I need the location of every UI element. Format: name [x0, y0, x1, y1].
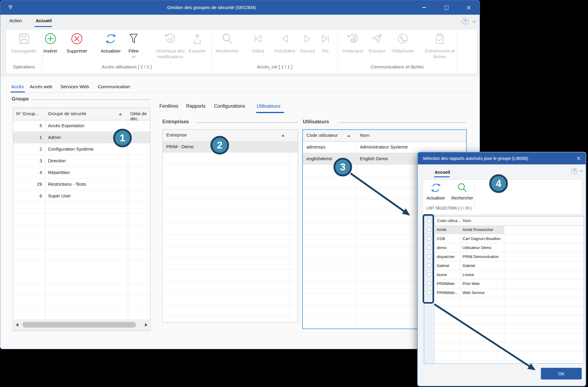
table-row[interactable]: 5 Accès Exportation	[13, 120, 150, 131]
annotation-badge-4: 4	[489, 174, 508, 193]
ribbon-separator	[474, 182, 475, 213]
subtab-utilisateurs-underline	[256, 112, 284, 113]
menubar: Action Accueil ?	[0, 15, 480, 28]
header-num-groupe[interactable]: N° Group...	[16, 111, 39, 116]
dialog-table-header: Code utilisa... Nom	[435, 216, 584, 226]
dialog-help-icon[interactable]: ?	[571, 168, 577, 174]
annotation-badge-1: 1	[113, 129, 132, 147]
annotation-badge-3: 3	[333, 158, 352, 176]
history-check-icon	[153, 32, 188, 47]
sort-asc-icon	[282, 134, 285, 136]
filter-icon	[123, 32, 144, 47]
ribbon-group-acces-utilisateurs: Accès utilisateurs [ 2 / 2 ]	[43, 64, 211, 71]
menu-accueil[interactable]: Accueil	[36, 15, 52, 27]
groupe-table-body: 5 Accès Exportation 1 Admin 2 Configurat…	[13, 120, 150, 319]
events-tasks-icon	[423, 32, 456, 47]
titlebar: Gestion des groupes de sécurité (SEC004)	[0, 0, 480, 15]
ribbon-group-communications: Communications et tâches	[338, 64, 456, 71]
header-nom[interactable]: Nom	[360, 133, 369, 138]
dialog-tab-accueil[interactable]: Accueil	[435, 168, 450, 176]
phone-icon	[387, 32, 418, 47]
sort-asc-icon	[119, 113, 122, 115]
dialog-button-rechercher[interactable]: Rechercher	[450, 182, 474, 207]
search-icon	[211, 32, 244, 47]
entreprises-table-header: Entreprise	[163, 130, 298, 141]
last-record-icon	[316, 32, 334, 47]
dialog-table-body: Annik Annik Provencher CGB Carl Gagnon-B…	[424, 225, 584, 363]
tab-acces-web[interactable]: Accès web	[30, 82, 52, 92]
close-button[interactable]	[462, 0, 475, 15]
delete-icon	[62, 32, 91, 47]
menu-accueil-underline	[35, 26, 52, 27]
dialog-close-button[interactable]	[575, 154, 583, 162]
header-entreprise[interactable]: Entreprise	[166, 132, 187, 137]
table-row-selected[interactable]: PRIM - Demo	[163, 141, 298, 152]
tab-acces[interactable]: Accès	[11, 82, 24, 92]
save-icon	[6, 32, 42, 47]
subtab-rapports[interactable]: Rapports	[186, 102, 206, 111]
table-row[interactable]: louise Louise	[424, 270, 584, 279]
annotation-badge-2: 2	[210, 136, 229, 154]
tab-communication[interactable]: Communication	[98, 82, 130, 92]
tab-services-web[interactable]: Services Web	[60, 82, 89, 92]
help-icon[interactable]: ?	[462, 18, 469, 24]
export-icon	[185, 32, 209, 47]
minimize-button[interactable]	[417, 0, 431, 15]
header-groupe-securite[interactable]: Groupe de sécurité	[48, 111, 86, 116]
dialog-title: Sélection des rapports autorisés pour le…	[423, 152, 528, 164]
table-row[interactable]: 2 Configuration Système	[13, 143, 150, 155]
header-nom[interactable]: Nom	[463, 216, 471, 225]
scroll-left-icon[interactable]	[16, 323, 18, 327]
ok-button[interactable]: OK	[541, 368, 582, 380]
scrollbar-thumb[interactable]	[23, 322, 136, 328]
table-row[interactable]: adminsys Administrateur Systeme	[303, 141, 466, 153]
checkbox-column-highlight	[423, 214, 434, 304]
menu-action[interactable]: Action	[9, 15, 22, 27]
table-row-selected[interactable]: Annik Annik Provencher	[424, 225, 584, 234]
table-row[interactable]: PRIMWeb Prim Web	[424, 279, 584, 288]
table-row[interactable]: 3 Direction	[13, 155, 150, 166]
maximize-button[interactable]	[439, 0, 453, 15]
ribbon-separator	[338, 32, 338, 70]
dialog-ribbon-group-label: LIST SELECTION [ 1 / 10 ]	[427, 206, 471, 210]
subtab-configurations[interactable]: Configurations	[214, 102, 245, 111]
table-row[interactable]: CGB Carl Gagnon-Bisaillon	[424, 234, 584, 243]
main-window: Gestion des groupes de sécurité (SEC004)…	[0, 0, 480, 349]
dialog-table: Code utilisa... Nom Annik Annik Provench…	[424, 216, 584, 364]
communication-history-icon	[338, 32, 368, 47]
table-row[interactable]: demo Utilisateur Démo	[424, 243, 584, 252]
groupe-panel-title: Groupe	[12, 96, 29, 102]
ribbon-separator	[457, 32, 457, 70]
table-row[interactable]: dispatcher PRIM Démonstration	[424, 252, 584, 261]
entreprises-table-body: PRIM - Demo	[163, 141, 298, 322]
groupe-table-header: N° Group... Groupe de sécurité Délai de …	[13, 108, 150, 120]
table-row[interactable]: 6 Super User	[13, 190, 150, 202]
window-title: Gestion des groupes de sécurité (SEC004)	[0, 0, 423, 15]
table-row[interactable]: 4 Répartition	[13, 167, 150, 178]
filter-dropdown-chevron-icon[interactable]	[132, 54, 136, 58]
subtab-fenetres[interactable]: Fenêtres	[159, 102, 178, 111]
ribbon: Sauvegarder Insérer Supprimer	[6, 29, 478, 74]
table-row[interactable]: PRIMWeb... Web Service	[424, 288, 584, 297]
insert-icon	[38, 32, 63, 47]
refresh-icon	[96, 32, 126, 47]
groupe-panel-rule	[32, 100, 150, 100]
header-code-utilisa[interactable]: Code utilisa...	[437, 216, 461, 225]
horizontal-scrollbar[interactable]	[14, 319, 150, 331]
first-record-icon	[248, 32, 269, 47]
previous-record-icon	[271, 32, 299, 47]
dialog-chevron-down-icon[interactable]	[580, 169, 583, 172]
entreprises-table: Entreprise PRIM - Demo	[162, 129, 298, 323]
ribbon-group-acces-cie: Accès_cie [ 1 / 1 ]	[212, 64, 337, 71]
chevron-down-icon[interactable]	[472, 19, 476, 23]
header-delai[interactable]: Délai de déc.	[130, 111, 150, 121]
dialog-button-actualiser[interactable]: Actualiser	[424, 182, 448, 207]
header-code-utilisateur[interactable]: Code utilisateur	[306, 133, 338, 138]
scroll-right-icon[interactable]	[145, 323, 147, 327]
table-row[interactable]: 29 Restrictions - Tests	[13, 178, 150, 190]
ribbon-group-operations: Opérations	[6, 64, 42, 71]
subtab-utilisateurs[interactable]: Utilisateurs	[257, 102, 280, 111]
table-row[interactable]: Gabriel Gabriel	[424, 261, 584, 270]
next-record-icon	[296, 32, 319, 47]
utilisateurs-table-header: Code utilisateur Nom	[303, 130, 466, 142]
